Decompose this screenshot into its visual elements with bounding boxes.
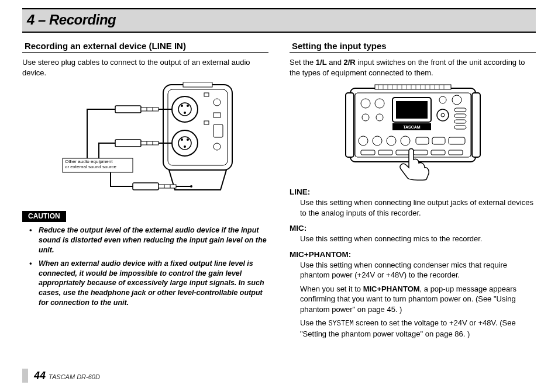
chapter-header: 4 – Recording [22,8,536,33]
chapter-title: 4 – Recording [27,12,531,28]
svg-rect-31 [159,185,176,188]
svg-rect-19 [204,121,209,124]
svg-rect-66 [454,108,466,112]
svg-rect-78 [449,137,465,144]
setting-mic-body: Use this setting when connecting mics to… [290,234,536,244]
svg-point-14 [213,99,221,106]
caution-item: Reduce the output level of the external … [33,226,268,255]
section-title-left: Recording an external device (LINE IN) [22,41,268,51]
svg-point-63 [376,114,383,121]
svg-rect-79 [361,150,375,155]
svg-rect-39 [472,93,480,157]
svg-point-33 [190,185,192,188]
svg-point-75 [401,136,410,145]
svg-rect-80 [378,150,392,155]
line-in-svg: Other audio equipment or external sound … [52,82,239,205]
device-brand: TASCAM [403,125,421,129]
svg-point-6 [181,105,183,107]
footer-text: 44 TASCAM DR-60D [34,370,100,382]
caution-label: CAUTION [22,211,66,222]
svg-point-12 [187,138,189,141]
svg-rect-38 [346,93,354,157]
svg-point-62 [362,114,369,121]
setting-mic-head: MIC: [290,224,536,233]
setting-phantom-head: MIC+PHANTOM: [290,250,536,259]
caution-item: When an external audio device with a fix… [33,259,268,308]
svg-point-60 [361,99,370,108]
svg-rect-15 [213,113,221,117]
section-intro: Use stereo plug cables to connect to the… [22,57,268,78]
svg-rect-25 [115,140,141,147]
svg-point-7 [187,105,189,107]
svg-rect-30 [133,183,159,190]
svg-rect-77 [432,137,445,144]
svg-point-64 [452,95,461,105]
right-column: Setting the input types Set the 1/L and … [290,41,536,342]
input-switch-svg: TASCAM [340,82,486,182]
svg-rect-21 [141,107,159,111]
svg-point-72 [359,136,368,145]
svg-rect-26 [141,141,159,145]
diagram-callout: Other audio equipment or external sound … [65,159,130,170]
section-header: Recording an external device (LINE IN) [22,41,268,53]
svg-point-17 [213,143,221,150]
setting-line-head: LINE: [290,188,536,196]
svg-point-73 [373,136,382,145]
svg-rect-58 [396,101,428,119]
svg-point-71 [441,113,445,117]
svg-rect-83 [431,150,445,155]
svg-rect-20 [115,106,141,113]
svg-rect-76 [416,137,429,144]
svg-point-11 [181,138,183,141]
page-number: 44 [34,370,46,381]
setting-phantom-body1: Use this setting when connecting condens… [290,260,536,280]
left-column: Recording an external device (LINE IN) U… [22,41,268,342]
setting-phantom-body3: Use the SYSTEM screen to set the voltage… [290,318,536,339]
footer-tab-decoration [22,369,28,383]
manual-page: 4 – Recording Recording an external devi… [0,0,558,342]
svg-point-65 [439,96,446,103]
svg-rect-16 [213,124,223,137]
caution-list: Reduce the output level of the external … [22,226,268,308]
diagram-line-in: Other audio equipment or external sound … [22,82,268,205]
section-intro-right: Set the 1/L and 2/R input switches on th… [290,57,536,78]
svg-point-13 [184,145,186,148]
svg-rect-84 [449,150,463,155]
svg-rect-82 [414,150,428,155]
product-name: TASCAM DR-60D [49,373,100,380]
svg-rect-69 [454,126,466,129]
page-footer: 44 TASCAM DR-60D [22,369,100,383]
svg-rect-67 [454,114,466,117]
svg-rect-68 [454,120,466,123]
svg-rect-2 [183,82,212,87]
section-title-right: Setting the input types [290,41,536,51]
svg-rect-81 [396,150,410,155]
callout-line2: or external sound source [65,164,116,169]
two-column-layout: Recording an external device (LINE IN) U… [22,41,536,342]
setting-line-body: Use this setting when connecting line ou… [290,197,536,218]
callout-line1: Other audio equipment [65,159,112,164]
setting-phantom-body2: When you set it to MIC+PHANTOM, a pop-up… [290,284,536,315]
svg-point-61 [375,99,384,108]
svg-point-8 [184,112,186,114]
svg-point-74 [387,136,396,145]
svg-rect-18 [204,93,209,96]
section-header: Setting the input types [290,41,536,53]
diagram-input-switches: TASCAM [290,82,536,182]
svg-rect-41 [375,85,451,89]
